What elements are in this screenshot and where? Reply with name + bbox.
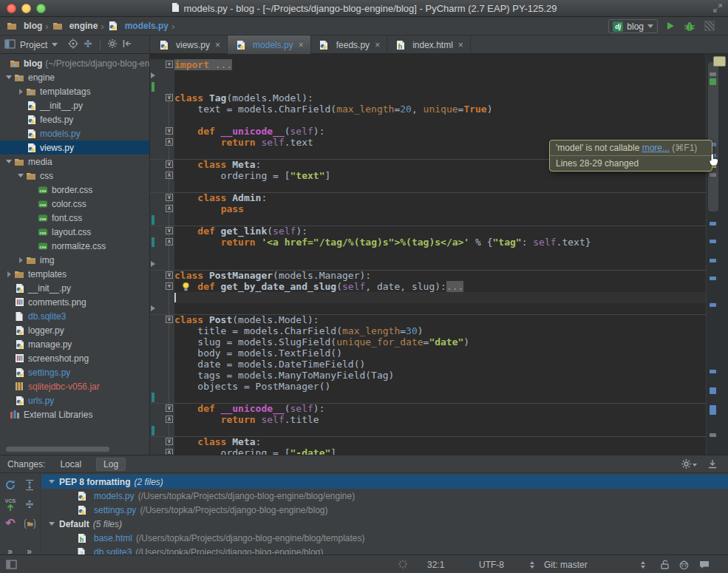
- breadcrumb-item-models.py[interactable]: models.py: [107, 21, 169, 31]
- code-line[interactable]: class Admin:: [174, 192, 706, 203]
- vcs-branch[interactable]: Git: master: [544, 560, 588, 570]
- code-line[interactable]: text = models.CharField(max_length=20, u…: [174, 104, 706, 115]
- tree-item-img[interactable]: img: [0, 253, 149, 267]
- tree-item-screenshot.png[interactable]: screenshot.png: [0, 351, 149, 365]
- commit-icon[interactable]: VCS: [3, 497, 18, 512]
- code-line[interactable]: slug = models.SlugField(unique_for_date=…: [174, 336, 706, 347]
- tree-item-border.css[interactable]: cssborder.css: [0, 183, 149, 197]
- tree-item-templatetags[interactable]: templatetags: [0, 84, 149, 98]
- notification-bubble-icon[interactable]: [699, 560, 710, 572]
- code-line[interactable]: date = models.DateTimeField(): [174, 359, 706, 370]
- code-line[interactable]: def __unicode__(self):: [174, 126, 706, 137]
- tab-index.html[interactable]: hindex.html×: [387, 35, 471, 54]
- changelist-Default[interactable]: Default(5 files): [41, 517, 728, 531]
- gear-icon[interactable]: [681, 458, 697, 472]
- tree-item-font.css[interactable]: cssfont.css: [0, 211, 149, 225]
- stripe-mark-blue[interactable]: [710, 277, 716, 280]
- resize-icon[interactable]: [713, 4, 722, 15]
- code-line[interactable]: body = models.TextField(): [174, 347, 706, 359]
- tree-item-settings.py[interactable]: settings.py: [0, 365, 149, 379]
- code-area[interactable]: import ...class Tag(models.Model): text …: [174, 59, 706, 455]
- fold-marker-icon[interactable]: ∧: [166, 416, 173, 423]
- tree-item-External Libraries[interactable]: External Libraries: [0, 407, 149, 421]
- stripe-mark-blue[interactable]: [710, 405, 716, 415]
- tree-item-blog[interactable]: blog(~/Projects/django-blog-engine/blog): [0, 56, 149, 70]
- stripe-mark-blue[interactable]: [710, 387, 716, 394]
- fold-marker-icon[interactable]: ∧: [166, 138, 173, 146]
- fold-marker-icon[interactable]: ∨: [166, 316, 173, 323]
- chevron-down-icon[interactable]: [49, 480, 55, 484]
- scroll-to-source-icon[interactable]: [68, 38, 78, 51]
- folded-region[interactable]: import ...: [174, 59, 232, 70]
- stripe-mark-gray[interactable]: [710, 433, 716, 437]
- fold-marker-icon[interactable]: ∨: [166, 194, 173, 201]
- tree-item-__init__.py[interactable]: __init__.py: [0, 281, 149, 295]
- code-line[interactable]: [174, 292, 706, 303]
- stripe-mark-blue[interactable]: [710, 259, 716, 262]
- code-line[interactable]: [174, 115, 706, 126]
- close-icon[interactable]: ×: [299, 40, 304, 50]
- changed-file-models.py[interactable]: models.py(/Users/topka/Projects/django-b…: [41, 489, 728, 503]
- code-line[interactable]: return self.title: [174, 414, 706, 425]
- stripe-mark-blue[interactable]: [710, 240, 716, 243]
- dock-icon[interactable]: [707, 458, 718, 472]
- code-line[interactable]: def get_link(self):: [174, 226, 706, 237]
- close-icon[interactable]: ×: [375, 40, 380, 50]
- code-line[interactable]: [174, 70, 706, 81]
- group-by-directory-icon[interactable]: [22, 516, 37, 531]
- chevron-down-icon[interactable]: [49, 522, 55, 526]
- tree-item-sqlitejdbc-v056.jar[interactable]: sqlitejdbc-v056.jar: [0, 379, 149, 393]
- debug-button[interactable]: [684, 21, 695, 34]
- collapse-all-icon[interactable]: [22, 497, 37, 512]
- tree-item-feeds.py[interactable]: feeds.py: [0, 112, 149, 126]
- toolwindow-toggle-icon[interactable]: [6, 560, 17, 572]
- close-icon[interactable]: ×: [458, 40, 463, 50]
- code-line[interactable]: [174, 214, 706, 226]
- stripe-mark-gray[interactable]: [710, 173, 716, 177]
- code-line[interactable]: ordering = ["-date"]: [174, 447, 706, 455]
- tab-models.py[interactable]: models.py×: [228, 35, 311, 54]
- changelist-PEP 8 formatting[interactable]: PEP 8 formatting(2 files): [41, 475, 728, 489]
- fold-marker-icon[interactable]: ∧: [166, 238, 173, 245]
- stripe-mark-gray[interactable]: [710, 72, 716, 76]
- stripe-mark-green[interactable]: [710, 78, 716, 85]
- tab-views.py[interactable]: views.py×: [151, 35, 228, 54]
- code-line[interactable]: [174, 303, 706, 314]
- code-line[interactable]: def __unicode__(self):: [174, 403, 706, 414]
- run-with-coverage-button[interactable]: [704, 21, 715, 31]
- lock-icon[interactable]: [660, 559, 670, 572]
- tree-item-models.py[interactable]: models.py: [0, 126, 149, 140]
- code-line[interactable]: [174, 425, 706, 436]
- code-line[interactable]: class PostManager(models.Manager):: [174, 270, 706, 281]
- code-line[interactable]: pass: [174, 203, 706, 214]
- code-line[interactable]: import ...: [174, 59, 706, 70]
- code-line[interactable]: objects = PostManager(): [174, 381, 706, 392]
- tree-item-css[interactable]: css: [0, 169, 149, 183]
- gear-icon[interactable]: [107, 38, 118, 51]
- code-line[interactable]: return '<a href="/tag/%(tag)s">%(tag)s</…: [174, 237, 706, 248]
- tree-item-media[interactable]: media: [0, 155, 149, 169]
- tab-local[interactable]: Local: [52, 458, 89, 471]
- code-line[interactable]: ordering = ["text"]: [174, 170, 706, 181]
- fold-marker-icon[interactable]: ∨: [166, 127, 173, 135]
- inspection-indicator[interactable]: [713, 56, 726, 67]
- editor[interactable]: +∨∨∧∨∧∨∧∨∧∨+∨∨∧∨∧ import ...class Tag(mo…: [150, 54, 728, 455]
- fold-marker-icon[interactable]: ∨: [166, 404, 173, 412]
- file-encoding[interactable]: UTF-8: [479, 560, 504, 570]
- chevron-right-icon[interactable]: [4, 271, 13, 277]
- fold-marker-icon[interactable]: +: [166, 61, 173, 68]
- chevron-down-icon[interactable]: [4, 75, 13, 79]
- code-line[interactable]: [174, 259, 706, 270]
- tree-item-normalize.css[interactable]: cssnormalize.css: [0, 239, 149, 253]
- tree-item-layout.css[interactable]: csslayout.css: [0, 225, 149, 239]
- fold-marker-icon[interactable]: ∨: [166, 94, 173, 101]
- fold-marker-icon[interactable]: ∧: [166, 449, 173, 455]
- tree-horizontal-scrollbar[interactable]: [6, 447, 109, 452]
- revert-icon[interactable]: ↶: [3, 516, 18, 531]
- line-separator-icon[interactable]: [640, 560, 646, 572]
- code-line[interactable]: class Post(models.Model):: [174, 314, 706, 325]
- run-button[interactable]: [665, 21, 676, 33]
- code-line[interactable]: [174, 392, 706, 403]
- tree-item-urls.py[interactable]: urls.py: [0, 393, 149, 407]
- fold-marker-icon[interactable]: ∨: [166, 271, 173, 279]
